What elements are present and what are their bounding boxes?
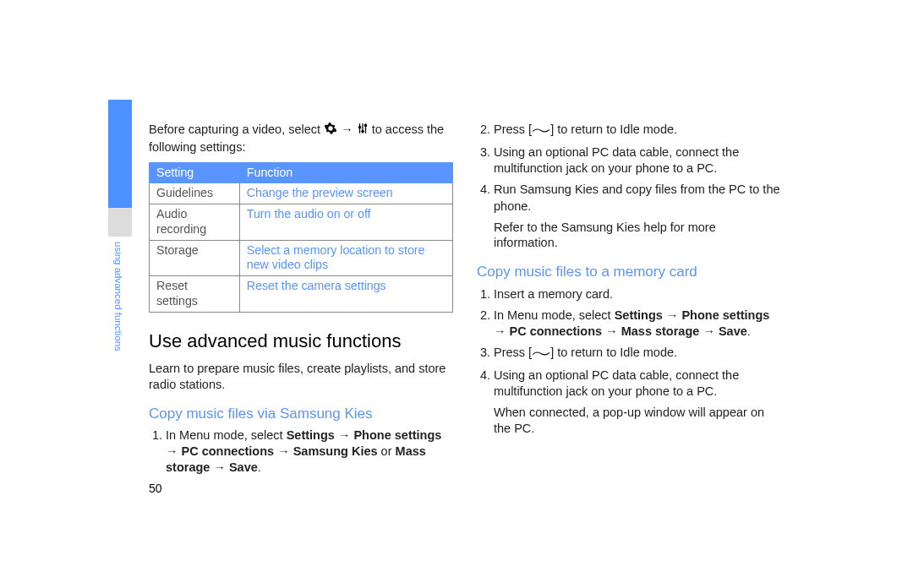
left-column: Before capturing a video, select → to ac…	[149, 100, 453, 522]
arrow: →	[602, 324, 621, 338]
gear-icon	[324, 122, 337, 139]
page-number: 50	[149, 482, 162, 495]
refer-note: Refer to the Samsung Kies help for more …	[494, 220, 781, 252]
section-subtext: Learn to prepare music files, create pla…	[149, 361, 453, 393]
two-columns: Before capturing a video, select → to ac…	[149, 100, 798, 522]
step-text: In Menu mode, select	[166, 428, 287, 442]
bold: Mass storage	[621, 324, 700, 338]
page-content: Before capturing a video, select → to ac…	[108, 100, 798, 522]
press-after: ] to return to Idle mode.	[550, 122, 677, 136]
list-item: In Menu mode, select Settings → Phone se…	[494, 308, 781, 340]
bold: Save	[229, 460, 258, 474]
settings-head-setting: Setting	[150, 162, 240, 183]
intro-paragraph: Before capturing a video, select → to ac…	[149, 122, 453, 155]
list-item: Insert a memory card.	[494, 286, 781, 302]
list-item: In Menu mode, select Settings → Phone se…	[166, 427, 453, 476]
right-column: Press [] to return to Idle mode. Using a…	[477, 100, 781, 522]
bold: Phone settings	[353, 428, 441, 442]
function-cell: Change the preview screen	[239, 183, 452, 204]
list-item: Press [] to return to Idle mode.	[494, 122, 781, 139]
setting-cell: Storage	[150, 240, 240, 276]
function-cell: Reset the camera settings	[239, 276, 452, 313]
settings-head-function: Function	[239, 162, 452, 183]
settings-table: Setting Function Guidelines Change the p…	[149, 162, 453, 313]
arrow: →	[699, 324, 719, 338]
arrow: →	[166, 444, 182, 458]
table-row: Guidelines Change the preview screen	[150, 183, 453, 204]
kies-steps-cont: Press [] to return to Idle mode. Using a…	[477, 122, 781, 215]
end: .	[258, 460, 261, 474]
arrow: →	[494, 324, 510, 338]
mid: or	[378, 444, 396, 458]
table-row: Reset settings Reset the camera settings	[150, 276, 453, 313]
bold: Phone settings	[681, 308, 769, 322]
bold: Settings	[615, 308, 663, 322]
bold: Samsung Kies	[293, 444, 378, 458]
arrow: →	[335, 428, 354, 442]
table-row: Audio recording Turn the audio on or off	[150, 204, 453, 241]
section-heading-1: Use advanced music functions	[149, 329, 453, 353]
intro-before: Before capturing a video, select	[149, 122, 320, 136]
function-cell: Turn the audio on or off	[239, 204, 452, 241]
memcard-steps: Insert a memory card. In Menu mode, sele…	[477, 286, 781, 400]
end-call-icon	[532, 123, 550, 139]
table-row: Storage Select a memory location to stor…	[150, 240, 453, 276]
setting-cell: Guidelines	[150, 183, 240, 204]
bold: PC connections	[182, 444, 275, 458]
end: .	[747, 324, 751, 338]
section-heading-2-kies: Copy music files via Samsung Kies	[149, 405, 453, 422]
arrow: →	[663, 308, 682, 322]
kies-steps: In Menu mode, select Settings → Phone se…	[149, 427, 453, 476]
arrow: →	[210, 460, 229, 474]
bold: Save	[719, 324, 747, 338]
sliders-icon	[357, 122, 369, 139]
bold: Settings	[287, 428, 335, 442]
list-item: Using an optional PC data cable, connect…	[494, 368, 781, 400]
press-before: Press [	[494, 122, 532, 136]
list-item: Using an optional PC data cable, connect…	[494, 144, 781, 177]
press-after: ] to return to Idle mode.	[550, 346, 677, 359]
section-heading-2-memcard: Copy music files to a memory card	[477, 263, 781, 280]
arrow: →	[274, 444, 293, 458]
setting-cell: Reset settings	[150, 276, 240, 313]
step-text: In Menu mode, select	[494, 308, 615, 322]
bold: PC connections	[510, 324, 603, 338]
press-before: Press [	[494, 346, 532, 359]
popup-note: When connected, a pop-up window will app…	[494, 405, 781, 437]
function-cell: Select a memory location to store new vi…	[239, 240, 452, 276]
setting-cell: Audio recording	[150, 204, 240, 241]
end-call-icon	[532, 346, 550, 362]
list-item: Run Samsung Kies and copy files from the…	[494, 182, 781, 214]
list-item: Press [] to return to Idle mode.	[494, 345, 781, 362]
